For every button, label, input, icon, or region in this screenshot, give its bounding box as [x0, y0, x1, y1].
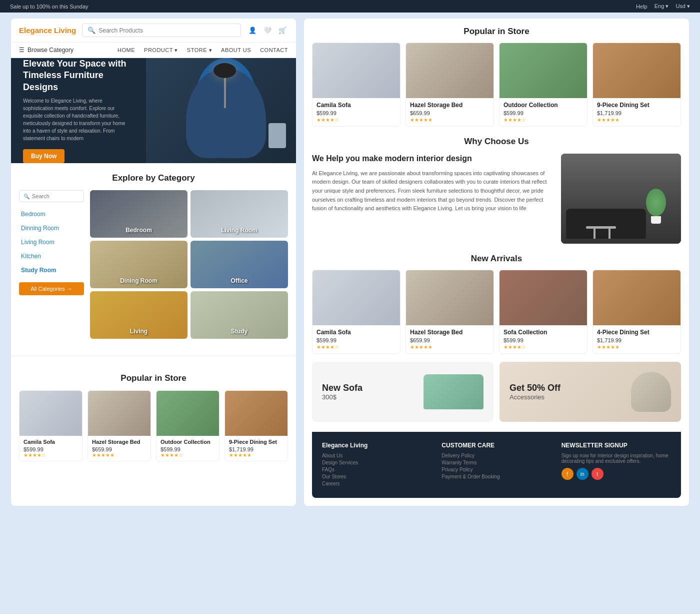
search-input[interactable] [98, 27, 236, 34]
new-prod-price-sofa-col: $599.99 [504, 337, 583, 343]
cat-label-dining: Dining Room [120, 277, 158, 284]
promo-banners: New Sofa 300$ Get 50% Off Accessories [312, 362, 681, 422]
search-bar[interactable]: 🔍 [82, 24, 241, 37]
new-prod-sofa-col[interactable]: Sofa Collection $599.99 ★★★★☆ [499, 270, 588, 354]
product-card-outdoor-l[interactable]: Outdoor Collection $599.99 ★★★★☆ [156, 390, 220, 461]
category-study[interactable]: Study Room [19, 263, 84, 277]
promo-acc-text: Get 50% Off Accessories [510, 383, 560, 401]
browse-category-btn[interactable]: ☰ Browse Category [19, 47, 74, 54]
footer-link-design[interactable]: Design Services [322, 460, 432, 465]
left-panel: Elegance Living 🔍 👤 🤍 🛒 ☰ Browse Categor… [11, 19, 296, 506]
cat-search-icon: 🔍 [24, 194, 30, 199]
currency-selector[interactable]: Usd ▾ [676, 3, 690, 10]
category-search-input[interactable] [32, 193, 80, 199]
footer-link-careers[interactable]: Careers [322, 481, 432, 486]
cat-card-study[interactable]: Study [190, 291, 288, 339]
prod-name-r-bed: Hazel Storage Bed [410, 102, 490, 109]
nav-product[interactable]: PRODUCT ▾ [144, 47, 178, 54]
new-prod-info-sofa-col: Sofa Collection $599.99 ★★★★☆ [500, 325, 587, 353]
promo-acc-title: Get 50% Off [510, 383, 560, 393]
new-prod-bed[interactable]: Hazel Storage Bed $659.99 ★★★★★ [406, 270, 494, 354]
social-icons: f in t [562, 468, 671, 480]
cat-card-living1[interactable]: Living Room [190, 190, 288, 238]
footer-link-warranty[interactable]: Warranty Terms [442, 460, 551, 465]
table-leg-left [594, 228, 596, 239]
help-link[interactable]: Help [636, 4, 648, 10]
nav-contact[interactable]: CONTACT [260, 47, 288, 54]
footer-newsletter-col: NEWSLETTER SIGNUP Sign up now for interi… [562, 442, 671, 488]
new-prod-info-sofa: Camila Sofa $599.99 ★★★★☆ [312, 325, 400, 353]
site-header: Elegance Living 🔍 👤 🤍 🛒 [11, 19, 296, 43]
prod-info-r-outdoor: Outdoor Collection $599.99 ★★★★☆ [500, 98, 587, 126]
prod-card-r-bed[interactable]: Hazel Storage Bed $659.99 ★★★★★ [406, 43, 494, 127]
category-dining[interactable]: Dinning Room [19, 221, 84, 235]
new-prod-sofa[interactable]: Camila Sofa $599.99 ★★★★☆ [312, 270, 400, 354]
new-prod-img-dining [593, 270, 680, 325]
prod-card-r-outdoor[interactable]: Outdoor Collection $599.99 ★★★★☆ [499, 43, 588, 127]
explore-category-section: Explore by Category 🔍 Bedroom Dinning Ro… [11, 163, 296, 349]
category-living[interactable]: Living Room [19, 235, 84, 249]
product-stars-bed-l: ★★★★★ [92, 452, 146, 458]
nav-home[interactable]: HOME [118, 47, 135, 54]
footer-link-faqs[interactable]: FAQs [322, 467, 432, 472]
nav-store[interactable]: STORE ▾ [187, 47, 212, 54]
footer-customer-header: CUSTOMER CARE [442, 442, 551, 449]
site-logo[interactable]: Elegance Living [19, 26, 76, 35]
footer-link-payment[interactable]: Payment & Order Booking [442, 474, 551, 479]
prod-card-r-dining[interactable]: 9-Piece Dining Set $1,719.99 ★★★★★ [592, 43, 681, 127]
category-bedroom[interactable]: Bedroom [19, 207, 84, 221]
all-categories-button[interactable]: All Categories → [19, 282, 84, 295]
prod-card-r-sofa[interactable]: Camila Sofa $599.99 ★★★★☆ [312, 43, 400, 127]
category-layout: 🔍 Bedroom Dinning Room Living Room Kitch… [19, 190, 288, 339]
promo-accessories[interactable]: Get 50% Off Accessories [500, 362, 681, 422]
prod-stars-r-outdoor: ★★★★☆ [504, 117, 583, 123]
promo-sofa-title: New Sofa [322, 383, 362, 393]
product-card-bed-l[interactable]: Hazel Storage Bed $659.99 ★★★★★ [88, 390, 151, 461]
why-text: We Help you make modern interior design … [312, 154, 553, 244]
linkedin-icon[interactable]: in [576, 468, 588, 480]
product-stars-dining-l: ★★★★★ [229, 452, 284, 458]
wishlist-icon[interactable]: 🤍 [262, 25, 273, 36]
cat-card-office[interactable]: Office [190, 241, 288, 288]
category-kitchen[interactable]: Kitchen [19, 249, 84, 263]
prod-img-r-bed [406, 43, 494, 98]
arrow-icon: → [67, 286, 72, 292]
twitter-icon[interactable]: t [592, 468, 604, 480]
footer-link-privacy[interactable]: Privacy Policy [442, 467, 551, 472]
lang-selector[interactable]: Eng ▾ [654, 3, 669, 10]
product-card-sofa-l[interactable]: Camila Sofa $599.99 ★★★★☆ [19, 390, 82, 461]
prod-info-r-sofa: Camila Sofa $599.99 ★★★★☆ [312, 98, 400, 126]
new-prod-price-bed: $659.99 [410, 337, 490, 343]
footer-link-delivery[interactable]: Delivery Policy [442, 453, 551, 458]
cat-card-dining[interactable]: Dining Room [90, 241, 188, 288]
popular-store-left-section: Popular in Store Camila Sofa $599.99 ★★★… [11, 363, 296, 471]
product-info-bed-l: Hazel Storage Bed $659.99 ★★★★★ [88, 436, 150, 461]
category-search-bar[interactable]: 🔍 [19, 190, 84, 202]
prod-name-r-outdoor: Outdoor Collection [504, 102, 583, 109]
promo-acc-subtitle: Accessories [510, 393, 560, 401]
prod-stars-r-sofa: ★★★★☆ [316, 117, 396, 123]
cat-card-bedroom[interactable]: Bedroom [90, 190, 188, 238]
prod-price-r-bed: $659.99 [410, 110, 490, 116]
hamburger-icon: ☰ [19, 47, 24, 54]
prod-img-r-sofa [312, 43, 400, 98]
new-prod-img-sofa-col [500, 270, 587, 325]
product-name-dining-l: 9-Piece Dining Set [229, 439, 284, 445]
footer-link-about[interactable]: About Us [322, 453, 432, 458]
facebook-icon[interactable]: f [562, 468, 574, 480]
new-prod-dining[interactable]: 4-Piece Dining Set $1,719.99 ★★★★★ [592, 270, 681, 354]
product-price-outdoor-l: $599.99 [160, 446, 215, 452]
site-footer: Elegance Living About Us Design Services… [312, 432, 681, 498]
new-prod-stars-sofa: ★★★★☆ [316, 344, 396, 350]
hero-image [146, 58, 296, 163]
account-icon[interactable]: 👤 [247, 25, 258, 36]
product-card-dining-l[interactable]: 9-Piece Dining Set $1,719.99 ★★★★★ [224, 390, 288, 461]
right-panel: Popular in Store Camila Sofa $599.99 ★★★… [304, 19, 689, 506]
nav-about[interactable]: ABOUT US [221, 47, 251, 54]
promo-new-sofa[interactable]: New Sofa 300$ [312, 362, 494, 422]
footer-link-stores[interactable]: Our Stores [322, 474, 432, 479]
buy-now-button[interactable]: Buy Now [23, 149, 64, 163]
cart-icon[interactable]: 🛒 [277, 25, 288, 36]
cat-card-living2[interactable]: Living [90, 291, 188, 339]
why-description: At Elegance Living, we are passionate ab… [312, 169, 553, 213]
